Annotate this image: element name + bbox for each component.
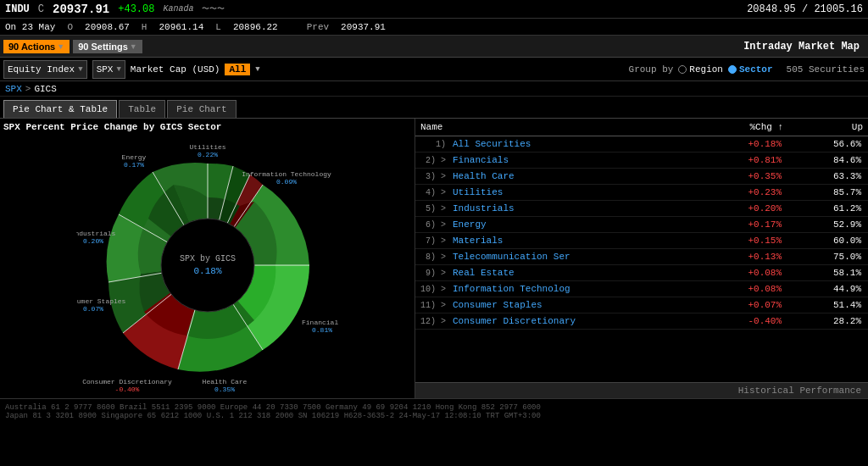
pie-container: SPX by GICS 0.18% Information Technology…: [3, 134, 411, 397]
label-industrials: Industrials: [76, 230, 116, 237]
groupby-label: Group by: [629, 64, 674, 75]
row-up: 52.9%: [788, 217, 868, 233]
prev-value: 20937.91: [341, 22, 386, 32]
securities-count: 505 Securities: [787, 64, 865, 75]
historical-performance-button[interactable]: Historical Performance: [415, 382, 868, 398]
table-row: 8) >Telecommunication Ser+0.13%75.0%: [415, 249, 868, 265]
table-row: 2) >Financials+0.81%84.6%: [415, 153, 868, 169]
table-row: 5) >Industrials+0.20%61.2%: [415, 201, 868, 217]
row-name[interactable]: Health Care: [449, 169, 698, 185]
label-energy: Energy: [121, 153, 146, 161]
row-num: 2) >: [415, 153, 449, 169]
row-name[interactable]: Financials: [449, 153, 698, 169]
change-value: +43.08: [118, 3, 154, 15]
label-cons-staples: Consumer Staples: [76, 297, 126, 305]
row-change: +0.17%: [698, 217, 789, 233]
actions-button[interactable]: 90 Actions ▼: [3, 40, 70, 53]
all-arrow-icon: ▼: [255, 65, 259, 74]
row-name[interactable]: Information Technolog: [449, 281, 698, 297]
table-body: 1)All Securities+0.18%56.6%2) >Financial…: [415, 136, 868, 330]
label-cons-disc: Consumer Discretionary: [82, 378, 172, 386]
region-radio[interactable]: Region: [678, 64, 723, 75]
row-num: 1): [415, 136, 449, 153]
row-up: 51.4%: [788, 297, 868, 313]
ticker-range: 20848.95 / 21005.16: [747, 3, 863, 15]
row-up: 56.6%: [788, 136, 868, 153]
row-name[interactable]: Utilities: [449, 185, 698, 201]
low-label: L: [215, 22, 221, 32]
row-name[interactable]: Industrials: [449, 201, 698, 217]
table-row: 11) >Consumer Staples+0.07%51.4%: [415, 297, 868, 313]
actions-arrow-icon: ▼: [57, 42, 64, 51]
val-energy: 0.17%: [123, 161, 143, 169]
historical-label: Historical Performance: [738, 386, 861, 396]
breadcrumb-separator: >: [25, 84, 31, 94]
row-name[interactable]: Telecommunication Ser: [449, 249, 698, 265]
main-content: SPX Percent Price Change by GICS Sector: [0, 119, 868, 398]
row-num: 12) >: [415, 313, 449, 330]
date-line: On 23 May: [5, 22, 55, 32]
label-financials: Financials: [301, 319, 338, 326]
row-num: 8) >: [415, 249, 449, 265]
chart-title: SPX Percent Price Change by GICS Sector: [3, 122, 411, 132]
val-cons-staples: 0.07%: [82, 305, 103, 313]
signature: Kanada: [163, 4, 193, 14]
row-change: +0.15%: [698, 233, 789, 249]
table-row: 4) >Utilities+0.23%85.7%: [415, 185, 868, 201]
row-num: 6) >: [415, 217, 449, 233]
row-change: +0.23%: [698, 185, 789, 201]
col-name[interactable]: Name: [415, 119, 698, 136]
tab-pie-chart-table[interactable]: Pie Chart & Table: [3, 100, 117, 118]
row-name[interactable]: Consumer Staples: [449, 297, 698, 313]
row-name[interactable]: All Securities: [449, 136, 698, 153]
groupby-section: Group by Region Sector 505 Securities: [629, 64, 865, 75]
all-badge[interactable]: All: [225, 64, 250, 75]
tab-pie-chart-label: Pie Chart: [176, 104, 226, 114]
val-industrials: 0.20%: [82, 237, 103, 245]
col-change[interactable]: %Chg ↑: [698, 119, 789, 136]
ticker-wave: 〜〜〜: [202, 3, 225, 14]
row-name[interactable]: Materials: [449, 233, 698, 249]
settings-button[interactable]: 90 Settings ▼: [73, 40, 142, 53]
sector-label: Sector: [739, 64, 773, 75]
table-row: 10) >Information Technolog+0.08%44.9%: [415, 281, 868, 297]
col-up[interactable]: Up: [788, 119, 868, 136]
row-name[interactable]: Consumer Discretionary: [449, 313, 698, 330]
tab-row: Pie Chart & Table Table Pie Chart: [0, 97, 868, 119]
tab-table[interactable]: Table: [119, 100, 165, 118]
val-utilities: 0.22%: [197, 151, 217, 158]
region-label: Region: [689, 64, 723, 75]
spx-dropdown[interactable]: SPX ▼: [92, 60, 125, 79]
breadcrumb-spx[interactable]: SPX: [5, 84, 22, 94]
close-label: C: [38, 3, 44, 15]
close-value: 20937.91: [53, 3, 109, 16]
open-label: O: [67, 22, 73, 32]
spx-arrow-icon: ▼: [116, 65, 120, 74]
ticker-bar: INDU C 20937.91 +43.08 Kanada 〜〜〜 20848.…: [0, 0, 868, 19]
actions-label: 90 Actions: [8, 42, 55, 52]
sector-radio[interactable]: Sector: [728, 64, 773, 75]
tab-pie-chart[interactable]: Pie Chart: [167, 100, 236, 118]
row-name[interactable]: Real Estate: [449, 265, 698, 281]
row-change: +0.35%: [698, 169, 789, 185]
row-num: 7) >: [415, 233, 449, 249]
row-up: 28.2%: [788, 313, 868, 330]
equity-index-dropdown[interactable]: Equity Index ▼: [3, 60, 87, 79]
row-num: 5) >: [415, 201, 449, 217]
label-infotech: Information Technology: [242, 170, 331, 178]
data-table: Name %Chg ↑ Up 1)All Securities+0.18%56.…: [415, 119, 868, 330]
table-row: 7) >Materials+0.15%60.0%: [415, 233, 868, 249]
row-change: +0.13%: [698, 249, 789, 265]
region-radio-icon: [678, 65, 687, 74]
spx-label: SPX: [97, 64, 114, 75]
row-up: 60.0%: [788, 233, 868, 249]
row-num: 11) >: [415, 297, 449, 313]
row-up: 85.7%: [788, 185, 868, 201]
tab-pie-chart-table-label: Pie Chart & Table: [13, 104, 108, 114]
row-name[interactable]: Energy: [449, 217, 698, 233]
footer-line1: Australia 61 2 9777 8600 Brazil 5511 239…: [5, 403, 863, 412]
row-change: +0.07%: [698, 297, 789, 313]
val-cons-disc: -0.40%: [114, 386, 139, 393]
table-row: 3) >Health Care+0.35%63.3%: [415, 169, 868, 185]
row-num: 3) >: [415, 169, 449, 185]
